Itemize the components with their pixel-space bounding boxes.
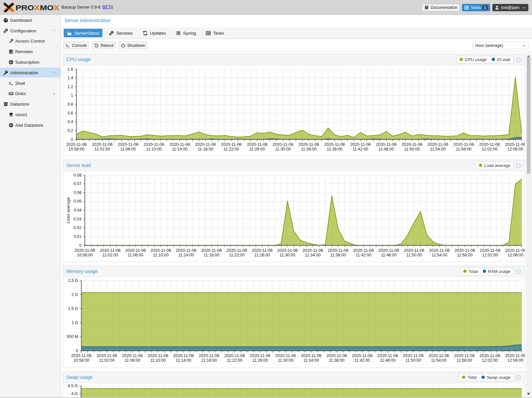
tab-syslog[interactable]: Syslog [172, 29, 199, 37]
svg-text:2020-11-06: 2020-11-06 [198, 353, 219, 358]
svg-text:2020-11-06: 2020-11-06 [302, 248, 323, 252]
chart-legend[interactable]: CPU usageIO wait [456, 56, 514, 63]
svg-text:11:14:00: 11:14:00 [178, 252, 194, 257]
svg-text:2020-11-06: 2020-11-06 [428, 353, 449, 358]
panel-header: Swap usageTotalSwap usage [63, 372, 525, 383]
svg-text:2020-11-06: 2020-11-06 [402, 142, 422, 147]
cogs-icon [109, 31, 114, 36]
vertical-scrollbar[interactable] [526, 52, 532, 398]
tab-serverstatus[interactable]: ServerStatus [64, 29, 102, 37]
tree-collapse-arrow-icon[interactable] [52, 71, 56, 75]
svg-text:11:42:00: 11:42:00 [354, 358, 370, 363]
sidebar-item-disks[interactable]: Disks [0, 89, 60, 99]
sidebar-item-dashboard[interactable]: Dashboard [0, 15, 60, 25]
tab-tasks[interactable]: Tasks [202, 29, 227, 37]
legend-label: Total [467, 375, 476, 380]
svg-text:11:34:00: 11:34:00 [303, 358, 319, 363]
legend-label: Load average [484, 163, 511, 168]
svg-text:2020-11-06: 2020-11-06 [250, 353, 270, 358]
sidebar-item-administration[interactable]: Administration [0, 68, 60, 78]
sidebar-item-access-control[interactable]: Access Control [0, 36, 60, 47]
tree-expand-arrow-icon[interactable] [52, 92, 56, 96]
svg-text:11:54:00: 11:54:00 [431, 358, 446, 363]
chart-body: 00.20.40.60.811.21.41.62020-11-0610:58:0… [63, 65, 525, 155]
reboot-button[interactable]: Reboot [92, 42, 116, 49]
combo-trigger[interactable] [520, 43, 528, 48]
svg-text:11:42:00: 11:42:00 [355, 252, 371, 257]
task-list-icon [464, 5, 469, 10]
legend-item[interactable]: Total [463, 269, 478, 274]
svg-text:11:06:00: 11:06:00 [127, 252, 143, 257]
svg-text:2 G: 2 G [71, 292, 78, 297]
panel-collapse-icon[interactable] [516, 57, 521, 62]
sidebar-item-shell[interactable]: Shell [0, 78, 60, 88]
chart-body: 00.010.020.030.040.050.060.070.082020-11… [63, 171, 525, 261]
panel-collapse-icon[interactable] [516, 269, 521, 274]
chart-legend[interactable]: TotalSwap usage [459, 374, 514, 381]
chart-panel-cpu-usage: CPU usageCPU usageIO wait 00.20.40.60.81… [63, 54, 525, 156]
tab-services[interactable]: Services [106, 29, 136, 37]
sidebar-item-configuration[interactable]: Configuration [0, 26, 60, 36]
svg-text:2020-11-06: 2020-11-06 [353, 248, 374, 252]
svg-text:2020-11-06: 2020-11-06 [74, 248, 95, 252]
tasks-button[interactable]: Tasks 1 [462, 4, 490, 11]
svg-text:2020-11-06: 2020-11-06 [122, 353, 143, 358]
tab-label: Services [116, 31, 133, 36]
sidebar-item-subscription[interactable]: Subscription [0, 57, 60, 67]
svg-text:2.5 G: 2.5 G [68, 278, 78, 283]
tab-updates[interactable]: Updates [139, 29, 169, 37]
svg-text:11:26:00: 11:26:00 [249, 147, 265, 151]
console-button[interactable]: Console [63, 42, 89, 49]
refresh-icon [143, 31, 148, 36]
user-icon [495, 5, 499, 10]
scroll-down-arrow[interactable] [526, 391, 531, 396]
svg-text:11:30:00: 11:30:00 [279, 252, 295, 257]
svg-text:2020-11-06: 2020-11-06 [326, 353, 347, 358]
sidebar-item-label: Disks [15, 91, 26, 96]
panel-collapse-icon[interactable] [516, 375, 521, 380]
svg-text:2020-11-06: 2020-11-06 [224, 353, 245, 358]
sidebar-item-remotes[interactable]: Remotes [0, 47, 60, 57]
legend-item[interactable]: CPU usage [460, 57, 487, 62]
shutdown-button[interactable]: Shutdown [119, 42, 147, 49]
legend-item[interactable]: Load average [479, 163, 511, 168]
brand-letter-segment: X [34, 3, 40, 12]
beta-link[interactable]: BETA [102, 4, 113, 9]
svg-text:2020-11-06: 2020-11-06 [404, 248, 424, 252]
brand-letter-segment: X [54, 3, 59, 12]
legend-item[interactable]: RAM usage [483, 269, 511, 274]
scrollbar-thumb[interactable] [527, 57, 530, 174]
chart-body: 0500 M1 G1.5 G2 G2.5 G3 G3.5 G4 G4.5 G20… [63, 383, 525, 398]
sidebar-item-datastore[interactable]: Datastore [0, 99, 60, 109]
legend-label: IO wait [497, 57, 510, 62]
svg-text:2020-11-06: 2020-11-06 [92, 142, 113, 147]
svg-text:2020-11-06: 2020-11-06 [479, 142, 500, 147]
legend-dot-icon [479, 164, 482, 167]
tree-collapse-arrow-icon[interactable] [52, 29, 56, 33]
sidebar: DashboardConfiguration Access Control Re… [0, 15, 61, 398]
timeframe-select[interactable]: Hour (average) [472, 42, 528, 49]
legend-item[interactable]: IO wait [492, 57, 510, 62]
panel-title: CPU usage [66, 57, 91, 62]
user-menu-button[interactable]: root@pam [492, 4, 528, 11]
sidebar-item-store1[interactable]: store1 [0, 110, 60, 120]
svg-text:0.04: 0.04 [73, 208, 81, 213]
sidebar-item-add-datastore[interactable]: Add Datastore [0, 120, 60, 130]
documentation-button[interactable]: Documentation [422, 4, 460, 11]
svg-text:1.2: 1.2 [67, 84, 73, 89]
svg-text:11:34:00: 11:34:00 [301, 147, 316, 151]
svg-text:2020-11-06: 2020-11-06 [71, 353, 92, 358]
legend-item[interactable]: Swap usage [481, 375, 511, 380]
svg-text:1: 1 [71, 93, 73, 98]
chart-legend[interactable]: Load average [476, 162, 514, 169]
svg-text:2020-11-06: 2020-11-06 [221, 142, 242, 147]
svg-text:11:58:00: 11:58:00 [457, 252, 472, 257]
hdd-icon [9, 91, 14, 96]
legend-item[interactable]: Total [462, 375, 476, 380]
brand-letter-segment: PRO [16, 3, 34, 12]
panel-title: Memory usage [66, 269, 98, 274]
svg-text:2020-11-06: 2020-11-06 [377, 353, 398, 358]
chart-legend[interactable]: TotalRAM usage [460, 268, 514, 275]
svg-text:11:06:00: 11:06:00 [124, 358, 140, 363]
panel-collapse-icon[interactable] [516, 163, 521, 168]
